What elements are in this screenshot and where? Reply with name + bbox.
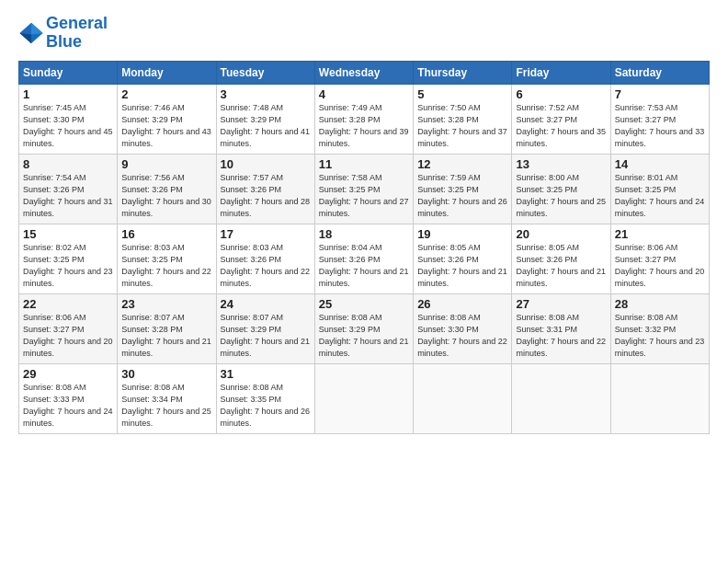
calendar-table: Sunday Monday Tuesday Wednesday Thursday…	[18, 61, 710, 434]
col-wednesday: Wednesday	[314, 61, 413, 84]
calendar-cell: 14Sunrise: 8:01 AMSunset: 3:25 PMDayligh…	[610, 154, 709, 224]
col-tuesday: Tuesday	[216, 61, 314, 84]
logo-icon	[18, 20, 44, 46]
calendar-cell: 18Sunrise: 8:04 AMSunset: 3:26 PMDayligh…	[314, 224, 413, 293]
calendar-cell: 29Sunrise: 8:08 AMSunset: 3:33 PMDayligh…	[19, 363, 118, 433]
col-thursday: Thursday	[414, 61, 512, 84]
calendar-cell	[610, 363, 709, 433]
calendar-cell: 2Sunrise: 7:46 AMSunset: 3:29 PMDaylight…	[118, 84, 216, 154]
table-row: 8Sunrise: 7:54 AMSunset: 3:26 PMDaylight…	[19, 154, 710, 224]
header-row: Sunday Monday Tuesday Wednesday Thursday…	[19, 61, 710, 84]
calendar-cell: 9Sunrise: 7:56 AMSunset: 3:26 PMDaylight…	[118, 154, 216, 224]
calendar-cell: 28Sunrise: 8:08 AMSunset: 3:32 PMDayligh…	[610, 293, 709, 363]
table-row: 15Sunrise: 8:02 AMSunset: 3:25 PMDayligh…	[19, 224, 710, 293]
calendar-cell: 30Sunrise: 8:08 AMSunset: 3:34 PMDayligh…	[118, 363, 216, 433]
calendar-cell: 27Sunrise: 8:08 AMSunset: 3:31 PMDayligh…	[512, 293, 610, 363]
calendar-cell	[512, 363, 610, 433]
col-saturday: Saturday	[610, 61, 709, 84]
col-monday: Monday	[118, 61, 216, 84]
calendar-cell: 8Sunrise: 7:54 AMSunset: 3:26 PMDaylight…	[19, 154, 118, 224]
calendar-cell: 22Sunrise: 8:06 AMSunset: 3:27 PMDayligh…	[19, 293, 118, 363]
calendar-cell: 1Sunrise: 7:45 AMSunset: 3:30 PMDaylight…	[19, 84, 118, 154]
calendar-cell: 12Sunrise: 7:59 AMSunset: 3:25 PMDayligh…	[414, 154, 512, 224]
logo-text: General Blue	[46, 15, 108, 52]
calendar-cell: 7Sunrise: 7:53 AMSunset: 3:27 PMDaylight…	[610, 84, 709, 154]
calendar-cell: 19Sunrise: 8:05 AMSunset: 3:26 PMDayligh…	[414, 224, 512, 293]
col-sunday: Sunday	[19, 61, 118, 84]
calendar-cell: 16Sunrise: 8:03 AMSunset: 3:25 PMDayligh…	[118, 224, 216, 293]
calendar-cell: 26Sunrise: 8:08 AMSunset: 3:30 PMDayligh…	[414, 293, 512, 363]
calendar-body: 1Sunrise: 7:45 AMSunset: 3:30 PMDaylight…	[19, 84, 710, 433]
svg-marker-2	[19, 33, 31, 43]
table-row: 1Sunrise: 7:45 AMSunset: 3:30 PMDaylight…	[19, 84, 710, 154]
svg-marker-1	[31, 23, 43, 35]
calendar-cell: 4Sunrise: 7:49 AMSunset: 3:28 PMDaylight…	[314, 84, 413, 154]
calendar-cell: 24Sunrise: 8:07 AMSunset: 3:29 PMDayligh…	[216, 293, 314, 363]
calendar-cell: 15Sunrise: 8:02 AMSunset: 3:25 PMDayligh…	[19, 224, 118, 293]
calendar-cell: 6Sunrise: 7:52 AMSunset: 3:27 PMDaylight…	[512, 84, 610, 154]
calendar-cell: 5Sunrise: 7:50 AMSunset: 3:28 PMDaylight…	[414, 84, 512, 154]
calendar-cell: 20Sunrise: 8:05 AMSunset: 3:26 PMDayligh…	[512, 224, 610, 293]
page: General Blue Sunday Monday Tuesday Wedne…	[0, 0, 728, 563]
col-friday: Friday	[512, 61, 610, 84]
calendar-cell: 3Sunrise: 7:48 AMSunset: 3:29 PMDaylight…	[216, 84, 314, 154]
calendar-cell: 21Sunrise: 8:06 AMSunset: 3:27 PMDayligh…	[610, 224, 709, 293]
calendar-cell: 13Sunrise: 8:00 AMSunset: 3:25 PMDayligh…	[512, 154, 610, 224]
calendar-cell: 25Sunrise: 8:08 AMSunset: 3:29 PMDayligh…	[314, 293, 413, 363]
calendar-cell: 23Sunrise: 8:07 AMSunset: 3:28 PMDayligh…	[118, 293, 216, 363]
calendar-cell: 17Sunrise: 8:03 AMSunset: 3:26 PMDayligh…	[216, 224, 314, 293]
header: General Blue	[18, 15, 710, 52]
calendar-cell	[414, 363, 512, 433]
table-row: 22Sunrise: 8:06 AMSunset: 3:27 PMDayligh…	[19, 293, 710, 363]
calendar-cell: 31Sunrise: 8:08 AMSunset: 3:35 PMDayligh…	[216, 363, 314, 433]
calendar-cell	[314, 363, 413, 433]
calendar-cell: 11Sunrise: 7:58 AMSunset: 3:25 PMDayligh…	[314, 154, 413, 224]
table-row: 29Sunrise: 8:08 AMSunset: 3:33 PMDayligh…	[19, 363, 710, 433]
logo: General Blue	[18, 15, 108, 52]
calendar-cell: 10Sunrise: 7:57 AMSunset: 3:26 PMDayligh…	[216, 154, 314, 224]
